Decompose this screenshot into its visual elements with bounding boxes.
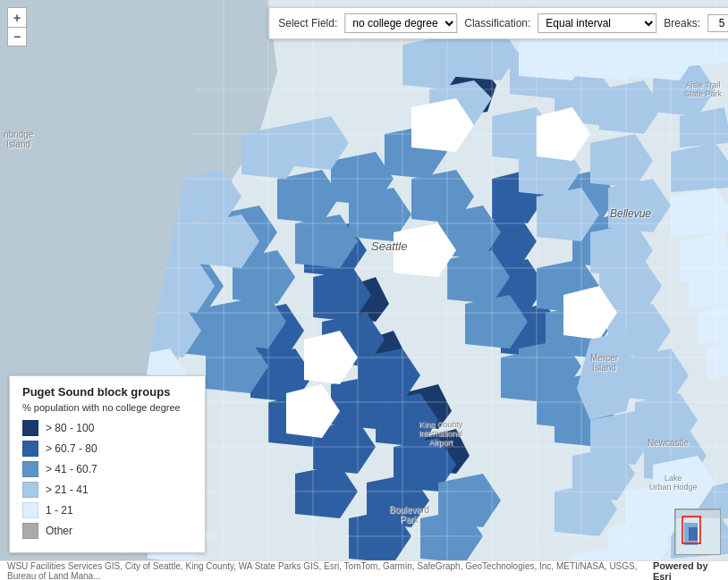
attribution-bar: WSU Facilities Services GIS, City of Sea…: [0, 560, 728, 580]
field-select[interactable]: no college degree college degree income …: [344, 13, 457, 33]
legend-item: > 21 - 41: [22, 482, 192, 498]
zoom-controls: + −: [7, 7, 27, 46]
breaks-label: Breaks:: [664, 17, 700, 29]
legend-label: > 60.7 - 80: [46, 442, 97, 455]
legend-label: > 21 - 41: [46, 483, 89, 496]
classification-select[interactable]: Equal interval Natural Breaks Quantile S…: [538, 13, 656, 33]
legend-label: 1 - 21: [46, 504, 73, 517]
legend-items: > 80 - 100> 60.7 - 80> 41 - 60.7> 21 - 4…: [22, 420, 192, 539]
legend-item: > 41 - 60.7: [22, 461, 192, 477]
legend-item: > 80 - 100: [22, 420, 192, 436]
breaks-input[interactable]: [707, 14, 728, 32]
legend-swatch: [22, 420, 38, 436]
overview-map: [674, 509, 721, 555]
zoom-in-button[interactable]: +: [7, 7, 27, 27]
legend-swatch: [22, 523, 38, 539]
classification-label: Classification:: [464, 17, 530, 29]
svg-marker-90: [671, 188, 728, 237]
top-controls-panel: Select Field: no college degree college …: [268, 7, 728, 39]
legend-swatch: [22, 502, 38, 518]
legend-item: > 60.7 - 80: [22, 441, 192, 457]
zoom-out-button[interactable]: −: [7, 27, 27, 46]
legend-panel: Puget Sound block groups % population wi…: [9, 375, 206, 553]
attribution-text: WSU Facilities Services GIS, City of Sea…: [7, 561, 653, 581]
map-container[interactable]: Seattle Bellevue nbridgeIsland MercerIsl…: [0, 0, 728, 580]
legend-swatch: [22, 441, 38, 457]
legend-label: > 41 - 60.7: [46, 463, 97, 475]
legend-label: > 80 - 100: [46, 422, 94, 434]
legend-swatch: [22, 461, 38, 477]
legend-item: Other: [22, 523, 192, 539]
legend-subtitle: % population with no college degree: [22, 402, 192, 413]
legend-swatch: [22, 482, 38, 498]
svg-rect-140: [689, 527, 698, 541]
legend-title: Puget Sound block groups: [22, 385, 192, 399]
legend-label: Other: [46, 525, 72, 537]
esri-badge: Powered by Esri: [653, 560, 721, 581]
legend-item: 1 - 21: [22, 502, 192, 518]
select-field-label: Select Field:: [278, 17, 337, 29]
svg-marker-83: [671, 143, 728, 192]
